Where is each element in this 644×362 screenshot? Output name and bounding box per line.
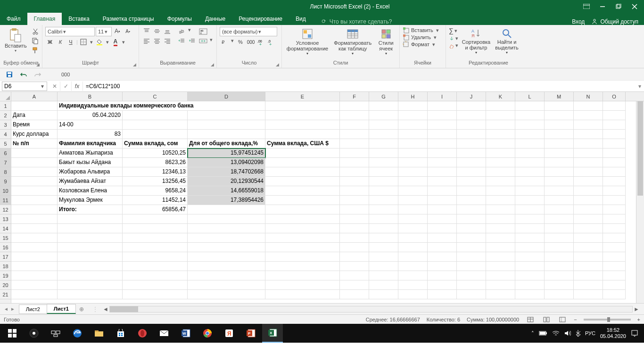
cell-H4[interactable] [398, 130, 428, 139]
row-header-21[interactable]: 21 [0, 290, 11, 299]
row-header-16[interactable]: 16 [0, 243, 11, 252]
cell-N5[interactable] [574, 139, 603, 148]
cell-F21[interactable] [340, 290, 369, 299]
cell-F7[interactable] [340, 158, 369, 167]
font-name-dropdown[interactable]: Calibri▾ [45, 27, 95, 36]
cell-N12[interactable] [574, 205, 603, 214]
tray-volume-icon[interactable] [564, 330, 571, 337]
cell-B9[interactable]: Жумабаева Айзат [58, 177, 123, 186]
cell-H12[interactable] [398, 205, 428, 214]
cell-K4[interactable] [486, 130, 515, 139]
cell-J4[interactable] [457, 130, 486, 139]
cell-B14[interactable] [58, 224, 123, 233]
cell-O11[interactable] [603, 196, 626, 205]
cell-I6[interactable] [428, 148, 457, 158]
cell-O6[interactable] [603, 148, 626, 158]
taskbar-powerpoint-icon[interactable]: P [240, 324, 261, 343]
cell-A16[interactable] [11, 243, 58, 252]
cell-H14[interactable] [398, 224, 428, 233]
expand-formula-bar-icon[interactable]: ▾ [636, 83, 644, 90]
cell-I3[interactable] [428, 120, 457, 130]
cell-G12[interactable] [369, 205, 398, 214]
cell-F10[interactable] [340, 186, 369, 196]
insert-function-icon[interactable]: fx [72, 82, 83, 91]
page-break-view-icon[interactable] [558, 315, 567, 324]
cell-H10[interactable] [398, 186, 428, 196]
cell-A2[interactable]: Дата [11, 111, 58, 120]
cell-L18[interactable] [515, 262, 545, 271]
cell-A5[interactable]: № п/п [11, 139, 58, 148]
cell-J17[interactable] [457, 252, 486, 262]
save-icon[interactable] [5, 70, 14, 79]
start-button[interactable] [2, 324, 23, 343]
cell-B16[interactable] [58, 243, 123, 252]
row-header-3[interactable]: 3 [0, 120, 11, 130]
cell-B2[interactable]: 05.04.2020 [58, 111, 123, 120]
cell-E6[interactable] [265, 148, 340, 158]
cell-M2[interactable] [545, 111, 574, 120]
cell-F16[interactable] [340, 243, 369, 252]
row-header-18[interactable]: 18 [0, 262, 11, 271]
cell-L13[interactable] [515, 214, 545, 224]
taskbar-yandex-icon[interactable] [24, 324, 44, 343]
cell-K1[interactable] [486, 101, 515, 111]
cell-C9[interactable]: 13256,45 [123, 177, 188, 186]
cell-A10[interactable] [11, 186, 58, 196]
cell-F20[interactable] [340, 280, 369, 290]
cell-D14[interactable] [188, 224, 265, 233]
cell-G9[interactable] [369, 177, 398, 186]
cell-C16[interactable] [123, 243, 188, 252]
cell-M1[interactable] [545, 101, 574, 111]
cell-I21[interactable] [428, 290, 457, 299]
sheet-nav-next-icon[interactable]: ► [10, 306, 15, 312]
cell-J7[interactable] [457, 158, 486, 167]
cell-M19[interactable] [545, 271, 574, 280]
cell-F19[interactable] [340, 271, 369, 280]
font-launcher-icon[interactable]: ◢ [133, 62, 138, 67]
tray-wifi-icon[interactable] [552, 330, 560, 336]
cell-A14[interactable] [11, 224, 58, 233]
tray-bluetooth-icon[interactable] [576, 329, 580, 337]
cell-D5[interactable]: Для от общего вклада,% [188, 139, 265, 148]
cell-M12[interactable] [545, 205, 574, 214]
cell-O7[interactable] [603, 158, 626, 167]
cell-B4[interactable]: 83 [58, 130, 123, 139]
cell-L15[interactable] [515, 233, 545, 243]
cell-F1[interactable] [340, 101, 369, 111]
cell-D12[interactable] [188, 205, 265, 214]
cell-M13[interactable] [545, 214, 574, 224]
cell-A19[interactable] [11, 271, 58, 280]
cell-K7[interactable] [486, 158, 515, 167]
cell-A11[interactable] [11, 196, 58, 205]
align-middle-icon[interactable] [152, 27, 162, 35]
cell-J9[interactable] [457, 177, 486, 186]
increase-font-icon[interactable]: A▴ [113, 27, 122, 35]
col-header-N[interactable]: N [574, 92, 603, 101]
cell-I14[interactable] [428, 224, 457, 233]
cell-J15[interactable] [457, 233, 486, 243]
cell-E7[interactable] [265, 158, 340, 167]
cell-I4[interactable] [428, 130, 457, 139]
col-header-G[interactable]: G [369, 92, 398, 101]
cell-C15[interactable] [123, 233, 188, 243]
cell-I11[interactable] [428, 196, 457, 205]
sheet-nav-prev-icon[interactable]: ◄ [4, 306, 8, 312]
cell-K9[interactable] [486, 177, 515, 186]
tray-language[interactable]: РУС [585, 330, 595, 336]
cell-C4[interactable] [123, 130, 188, 139]
minimize-icon[interactable] [599, 3, 606, 10]
taskbar-excel-icon[interactable]: X [262, 324, 283, 343]
cell-L8[interactable] [515, 167, 545, 177]
cell-C11[interactable]: 11452,14 [123, 196, 188, 205]
cell-O10[interactable] [603, 186, 626, 196]
cell-A7[interactable] [11, 158, 58, 167]
fill-color-icon[interactable] [95, 38, 104, 46]
conditional-formatting-button[interactable]: Условное форматирование▾ [285, 27, 330, 57]
taskbar-explorer-icon[interactable] [89, 324, 109, 343]
cell-E21[interactable] [265, 290, 340, 299]
cell-I15[interactable] [428, 233, 457, 243]
cell-D15[interactable] [188, 233, 265, 243]
cell-B10[interactable]: Козловская Елена [58, 186, 123, 196]
cell-K17[interactable] [486, 252, 515, 262]
cell-N1[interactable] [574, 101, 603, 111]
